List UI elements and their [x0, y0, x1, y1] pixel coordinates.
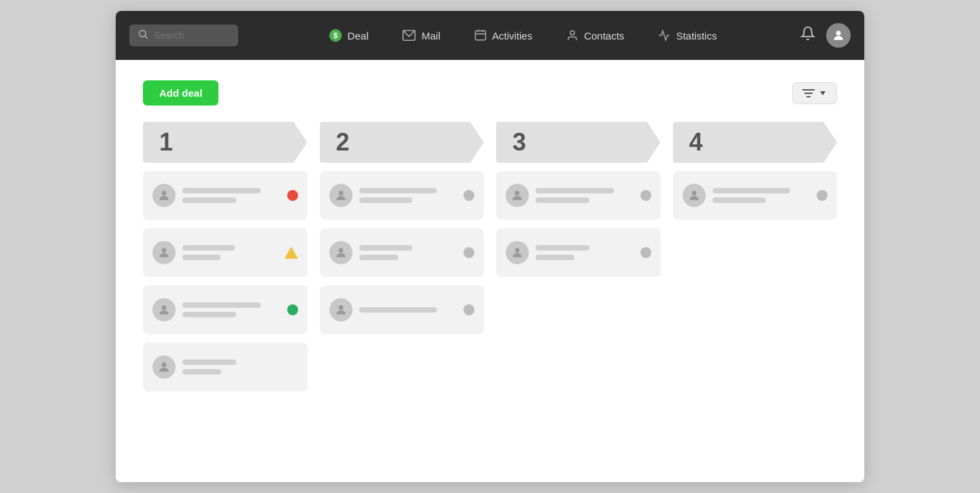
avatar [152, 355, 176, 379]
deal-card[interactable] [320, 171, 485, 220]
card-line [359, 245, 413, 251]
card-lines [182, 188, 280, 203]
deal-card[interactable] [143, 171, 308, 220]
deal-card[interactable] [320, 228, 485, 277]
nav-statistics-label: Statistics [676, 30, 717, 42]
card-line [182, 197, 236, 203]
svg-point-0 [140, 31, 146, 37]
nav-mail-label: Mail [421, 30, 440, 42]
status-indicator [463, 304, 474, 315]
svg-point-23 [515, 248, 520, 253]
stage-header-1: 1 [143, 122, 308, 163]
card-line [359, 307, 438, 313]
card-line [182, 302, 261, 308]
notification-icon[interactable] [800, 26, 815, 45]
status-indicator [287, 190, 298, 201]
search-icon [137, 29, 148, 42]
svg-point-18 [162, 362, 167, 367]
stage-header-2: 2 [320, 122, 485, 163]
main-content: Add deal 1 [116, 60, 864, 482]
deal-card[interactable] [673, 171, 838, 220]
nav-deal-label: Deal [348, 30, 369, 42]
avatar [152, 184, 176, 207]
card-lines [359, 188, 457, 203]
card-lines [182, 360, 280, 375]
card-lines [536, 245, 634, 260]
card-line [536, 245, 589, 251]
svg-point-24 [691, 191, 696, 195]
card-line [182, 360, 236, 365]
card-lines [182, 302, 280, 317]
status-indicator [287, 362, 298, 372]
status-indicator [284, 246, 298, 259]
svg-line-1 [145, 36, 148, 39]
avatar [506, 241, 529, 264]
card-line [182, 245, 235, 251]
svg-point-21 [338, 305, 343, 310]
mail-icon [402, 30, 416, 41]
nav-deal[interactable]: $ Deal [315, 23, 382, 48]
deal-card[interactable] [320, 285, 485, 334]
kanban-column-4: 4 [673, 122, 838, 392]
search-box[interactable] [129, 25, 238, 46]
deal-card[interactable] [496, 171, 661, 220]
svg-text:$: $ [333, 31, 338, 39]
main-nav: $ Deal Mail [259, 23, 787, 48]
topbar-right [800, 23, 851, 48]
nav-statistics[interactable]: Statistics [644, 23, 730, 48]
status-indicator [817, 190, 828, 201]
user-avatar[interactable] [826, 23, 851, 48]
deal-card[interactable] [143, 343, 308, 392]
status-indicator [463, 190, 474, 201]
status-indicator [640, 247, 651, 258]
avatar [506, 184, 529, 207]
svg-point-10 [836, 31, 841, 35]
card-line [713, 188, 791, 193]
stage-header-4: 4 [673, 122, 838, 163]
svg-point-15 [162, 191, 167, 195]
status-indicator [463, 247, 474, 258]
card-line [182, 369, 221, 375]
avatar [152, 241, 176, 264]
status-indicator [640, 190, 651, 201]
card-line [713, 197, 766, 203]
filter-button[interactable] [792, 82, 837, 104]
avatar [329, 298, 353, 321]
card-line [182, 255, 220, 260]
svg-point-9 [570, 31, 574, 35]
card-line [182, 312, 236, 317]
kanban-column-3: 3 [496, 122, 661, 392]
deal-card[interactable] [496, 228, 661, 277]
add-deal-button[interactable]: Add deal [143, 80, 218, 106]
svg-point-16 [162, 248, 167, 253]
activities-icon [474, 29, 487, 42]
avatar [329, 241, 353, 264]
kanban-column-1: 1 [143, 122, 308, 392]
kanban-column-2: 2 [320, 122, 485, 392]
svg-rect-5 [475, 31, 485, 40]
card-lines [713, 188, 811, 203]
svg-marker-14 [820, 91, 826, 95]
nav-activities[interactable]: Activities [461, 23, 546, 48]
card-lines [182, 245, 278, 260]
nav-mail[interactable]: Mail [389, 23, 454, 48]
statistics-icon [658, 29, 670, 42]
card-line [359, 197, 413, 203]
deal-card[interactable] [143, 285, 308, 334]
card-line [359, 188, 438, 193]
card-line [182, 188, 261, 193]
card-line [536, 188, 614, 193]
deal-icon: $ [329, 29, 342, 42]
contacts-icon [566, 29, 578, 42]
card-line [536, 255, 574, 260]
svg-point-20 [338, 248, 343, 253]
card-line [536, 197, 589, 203]
page-toolbar: Add deal [143, 80, 837, 106]
avatar [152, 298, 176, 321]
nav-contacts[interactable]: Contacts [553, 23, 638, 48]
kanban-board: 1 [143, 122, 837, 392]
search-input[interactable] [154, 30, 222, 41]
card-line [359, 255, 398, 260]
deal-card[interactable] [143, 228, 308, 277]
svg-point-17 [162, 305, 167, 310]
